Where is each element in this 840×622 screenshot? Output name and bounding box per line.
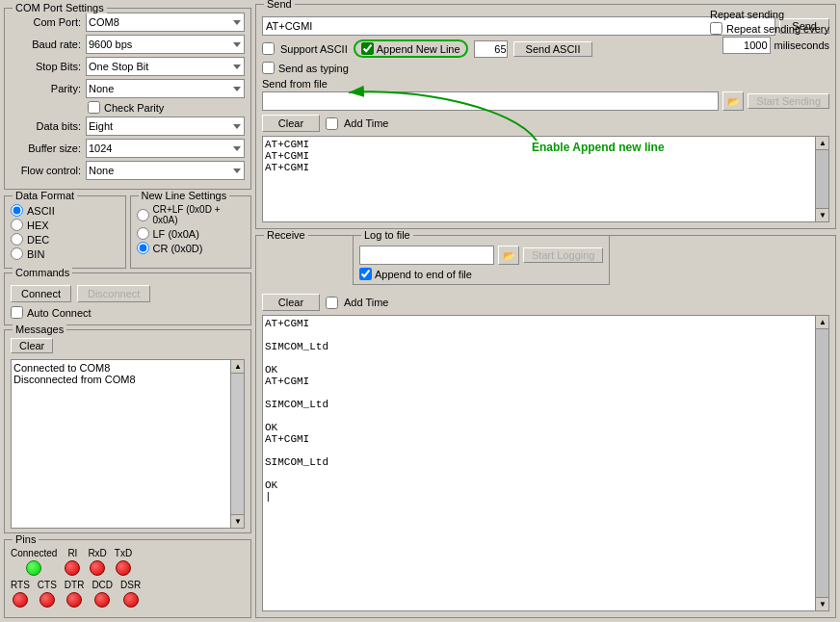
pin-rts-led [13,592,28,608]
nl-cr-radio[interactable] [137,242,149,254]
buffer-size-label: Buffer size: [11,143,86,154]
send-section: Send Repeat sending Repeat sending every… [255,4,836,229]
pin-dsr: DSR [120,580,141,608]
append-newline-label: Append New Line [377,43,460,55]
log-browse-button[interactable]: 📂 [498,246,519,265]
send-ascii-button[interactable]: Send ASCII [513,41,593,57]
messages-text: Connected to COM8Disconnected from COM8 [13,362,242,385]
log-file-input[interactable] [359,246,494,265]
receive-line-4 [265,352,813,364]
send-scroll-down[interactable]: ▼ [816,208,829,221]
messages-title: Messages [13,324,66,335]
parity-label: Parity: [11,83,86,94]
com-port-label: Com Port: [11,16,86,28]
connect-button[interactable]: Connect [11,285,71,302]
nl-cr-label: CR (0x0D) [153,243,203,254]
add-time-label: Add Time [344,117,388,129]
df-bin-radio[interactable] [11,247,23,260]
receive-controls-row: Clear Add Time [262,294,829,311]
append-newline-group: Append New Line [354,39,468,58]
disconnect-button[interactable]: Disconnect [77,285,150,302]
stop-bits-label: Stop Bits: [11,61,86,72]
com-port-select[interactable]: COM8 [86,13,245,32]
check-parity-label: Check Parity [104,102,164,114]
stop-bits-select[interactable]: One Stop Bit [86,57,245,76]
buffer-size-select[interactable]: 1024 [86,139,245,158]
pin-dsr-label: DSR [120,580,141,590]
receive-clear-button[interactable]: Clear [262,294,320,311]
baud-rate-label: Baud rate: [11,39,86,50]
new-line-settings-group: New Line Settings CR+LF (0x0D + 0x0A) LF… [130,195,252,269]
log-file-row: 📂 Start Logging [359,246,603,265]
df-ascii-radio[interactable] [11,204,23,217]
append-newline-checkbox[interactable] [361,42,374,55]
receive-scroll-track [816,329,828,597]
df-dec-radio[interactable] [11,233,23,246]
log-to-file-title: Log to file [361,229,413,241]
check-parity-checkbox[interactable] [88,101,100,114]
pin-cts-led [39,592,55,608]
receive-line-7 [265,387,813,399]
send-scrollbar: ▲ ▼ [816,136,829,222]
df-hex-radio[interactable] [11,219,23,231]
send-scroll-up[interactable]: ▲ [816,137,829,150]
add-time-checkbox[interactable] [326,117,338,130]
send-file-input[interactable] [262,91,719,111]
receive-text-area: AT+CGMI SIMCOM_Ltd OK AT+CGMI SIMCOM_Ltd… [262,315,816,611]
ascii-value-input[interactable] [474,40,508,58]
nl-crlf-radio[interactable] [137,209,149,221]
start-logging-button[interactable]: Start Logging [523,247,603,263]
pin-cts-label: CTS [38,580,57,590]
miliseconds-label: miliseconds [774,39,829,51]
data-format-title: Data Format [13,190,77,201]
pin-cts: CTS [38,580,57,608]
pin-connected-led [26,560,41,576]
log-to-file-group: Log to file 📂 Start Logging Append to en… [353,235,610,285]
messages-group: Messages Clear Connected to COM8Disconne… [4,329,251,533]
send-scroll-track [816,150,828,208]
receive-line-9 [265,410,813,422]
start-sending-button[interactable]: Start Sending [748,93,829,109]
append-eof-checkbox[interactable] [359,268,372,280]
scroll-up-icon[interactable]: ▲ [231,360,245,374]
pin-connected: Connected [11,548,57,576]
receive-add-time-checkbox[interactable] [326,297,338,309]
pin-rts-label: RTS [11,580,30,590]
browse-file-button[interactable]: 📂 [722,91,744,111]
receive-line-12 [265,445,813,456]
baud-rate-select[interactable]: 9600 bps [86,35,245,54]
send-clear-button[interactable]: Clear [262,115,320,132]
pin-dsr-led [123,592,139,608]
messages-clear-button[interactable]: Clear [11,338,53,353]
flow-control-label: Flow control: [11,165,86,176]
pin-dcd-led [94,592,110,608]
data-bits-select[interactable]: Eight [86,117,245,136]
receive-scroll-up[interactable]: ▲ [816,316,829,329]
auto-connect-checkbox[interactable] [11,306,23,319]
data-bits-label: Data bits: [11,120,86,132]
repeat-sending-section: Repeat sending Repeat sending every mili… [710,9,829,54]
pin-rts: RTS [11,580,30,608]
send-text-line-3: AT+CGMI [265,162,813,173]
receive-line-5: OK [265,364,813,376]
receive-line-3: SIMCOM_Ltd [265,341,813,352]
receive-scroll-down[interactable]: ▼ [816,597,829,610]
receive-line-8: SIMCOM_Ltd [265,399,813,410]
support-ascii-checkbox[interactable] [262,42,275,55]
send-text-area-container: AT+CGMI AT+CGMI AT+CGMI ▲ ▼ Enable Appen… [262,136,829,222]
receive-cursor-line: | [265,491,813,503]
receive-line-1: AT+CGMI [265,318,813,329]
com-port-settings-group: COM Port Settings Com Port: COM8 Baud ra… [4,8,251,190]
messages-content: Connected to COM8Disconnected from COM8 … [11,359,245,529]
flow-control-select[interactable]: None [86,161,245,180]
send-command-input[interactable] [262,16,775,36]
parity-select[interactable]: None [86,79,245,98]
df-ascii-label: ASCII [27,205,55,217]
nl-lf-radio[interactable] [137,227,149,240]
repeat-value-input[interactable] [722,37,771,54]
send-as-typing-checkbox[interactable] [262,62,275,74]
df-dec-label: DEC [27,234,49,246]
df-bin-label: BIN [27,248,44,260]
scroll-down-icon[interactable]: ▼ [231,514,245,528]
repeat-sending-checkbox[interactable] [710,22,722,35]
